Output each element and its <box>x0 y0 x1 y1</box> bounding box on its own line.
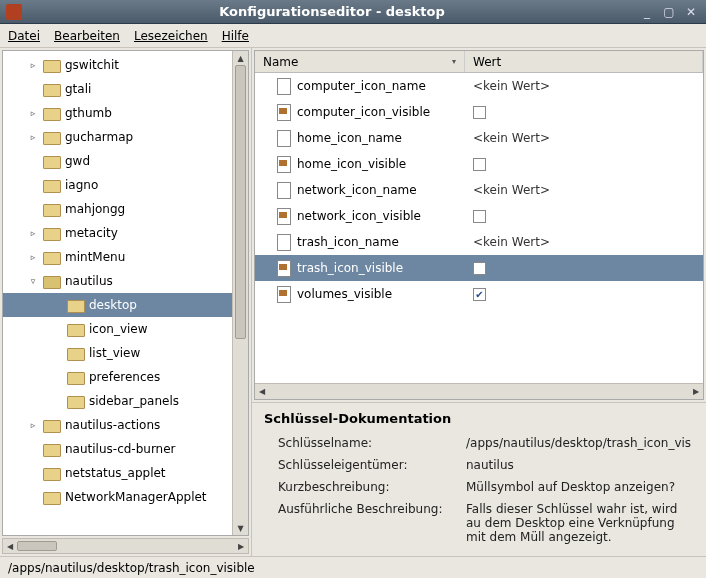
value-checkbox[interactable] <box>473 262 486 275</box>
cell-value[interactable]: <kein Wert> <box>465 131 703 145</box>
tree-item[interactable]: preferences <box>3 365 232 389</box>
minimize-button[interactable]: _ <box>638 4 656 20</box>
tree-item[interactable]: nautilus-cd-burner <box>3 437 232 461</box>
value-checkbox[interactable] <box>473 288 486 301</box>
tree-item[interactable]: gtali <box>3 77 232 101</box>
table-horizontal-scrollbar[interactable]: ◀ ▶ <box>255 383 703 399</box>
scroll-track[interactable] <box>233 65 248 521</box>
doc-value-keyname: /apps/nautilus/desktop/trash_icon_vis <box>466 436 694 450</box>
key-name-label: computer_icon_name <box>297 79 426 93</box>
tree-item[interactable]: sidebar_panels <box>3 389 232 413</box>
tree-item[interactable]: mahjongg <box>3 197 232 221</box>
scroll-track[interactable] <box>17 539 234 553</box>
value-text: <kein Wert> <box>473 235 550 249</box>
tree-item[interactable]: ▹mintMenu <box>3 245 232 269</box>
tree-item-label: netstatus_applet <box>63 466 166 480</box>
table-row[interactable]: volumes_visible <box>255 281 703 307</box>
tree-item[interactable]: list_view <box>3 341 232 365</box>
cell-value[interactable]: <kein Wert> <box>465 235 703 249</box>
tree-horizontal-scrollbar[interactable]: ◀ ▶ <box>2 538 249 554</box>
tree-item[interactable]: NetworkManagerApplet <box>3 485 232 509</box>
tree-item-label: nautilus <box>63 274 113 288</box>
scroll-right-arrow-icon[interactable]: ▶ <box>689 387 703 396</box>
expander-icon[interactable]: ▹ <box>27 252 39 262</box>
close-button[interactable]: ✕ <box>682 4 700 20</box>
expander-icon[interactable]: ▹ <box>27 420 39 430</box>
scroll-thumb[interactable] <box>235 65 246 339</box>
tree-item[interactable]: ▹metacity <box>3 221 232 245</box>
cell-value[interactable]: <kein Wert> <box>465 183 703 197</box>
key-name-label: trash_icon_visible <box>297 261 403 275</box>
cell-value[interactable] <box>465 158 703 171</box>
tree-item[interactable]: netstatus_applet <box>3 461 232 485</box>
tree-item[interactable]: ▹gswitchit <box>3 53 232 77</box>
scroll-track[interactable] <box>269 384 689 399</box>
value-checkbox[interactable] <box>473 106 486 119</box>
tree-item-label: gthumb <box>63 106 112 120</box>
key-name-label: network_icon_visible <box>297 209 421 223</box>
app-icon <box>6 4 22 20</box>
cell-value[interactable]: <kein Wert> <box>465 79 703 93</box>
menu-hilfe[interactable]: Hilfe <box>222 29 249 43</box>
bool-key-icon <box>277 104 291 120</box>
folder-icon <box>67 322 83 336</box>
maximize-button[interactable]: ▢ <box>660 4 678 20</box>
table-row[interactable]: network_icon_visible <box>255 203 703 229</box>
scroll-thumb[interactable] <box>17 541 57 551</box>
column-header-name[interactable]: Name ▾ <box>255 51 465 72</box>
table-row[interactable]: network_icon_name<kein Wert> <box>255 177 703 203</box>
tree-item[interactable]: ▹nautilus-actions <box>3 413 232 437</box>
cell-name: trash_icon_visible <box>255 260 465 276</box>
cell-value[interactable] <box>465 262 703 275</box>
cell-value[interactable] <box>465 106 703 119</box>
cell-value[interactable] <box>465 288 703 301</box>
table-row[interactable]: computer_icon_visible <box>255 99 703 125</box>
column-header-wert[interactable]: Wert <box>465 51 703 72</box>
scroll-left-arrow-icon[interactable]: ◀ <box>255 387 269 396</box>
expander-icon[interactable]: ▹ <box>27 108 39 118</box>
tree-item-label: mintMenu <box>63 250 125 264</box>
tree-item[interactable]: gwd <box>3 149 232 173</box>
tree-vertical-scrollbar[interactable]: ▲ ▼ <box>232 51 248 535</box>
scroll-down-arrow-icon[interactable]: ▼ <box>233 521 248 535</box>
menu-bearbeiten[interactable]: Bearbeiten <box>54 29 120 43</box>
table-row[interactable]: home_icon_visible <box>255 151 703 177</box>
folder-icon <box>43 442 59 456</box>
tree-item[interactable]: desktop <box>3 293 232 317</box>
tree-item-label: icon_view <box>87 322 148 336</box>
tree-pane: ▹gswitchitgtali▹gthumb▹gucharmapgwdiagno… <box>0 48 252 556</box>
folder-icon <box>43 58 59 72</box>
scroll-left-arrow-icon[interactable]: ◀ <box>3 542 17 551</box>
menu-datei[interactable]: Datei <box>8 29 40 43</box>
table-row[interactable]: home_icon_name<kein Wert> <box>255 125 703 151</box>
scroll-right-arrow-icon[interactable]: ▶ <box>234 542 248 551</box>
column-name-label: Name <box>263 55 298 69</box>
tree-item[interactable]: iagno <box>3 173 232 197</box>
folder-icon <box>43 202 59 216</box>
expander-icon[interactable]: ▹ <box>27 132 39 142</box>
value-checkbox[interactable] <box>473 210 486 223</box>
tree-item-label: nautilus-cd-burner <box>63 442 176 456</box>
table-row[interactable]: trash_icon_name<kein Wert> <box>255 229 703 255</box>
table-row[interactable]: computer_icon_name<kein Wert> <box>255 73 703 99</box>
cell-value[interactable] <box>465 210 703 223</box>
folder-icon <box>43 226 59 240</box>
expander-icon[interactable]: ▿ <box>27 276 39 286</box>
tree-item[interactable]: ▹gthumb <box>3 101 232 125</box>
expander-icon[interactable]: ▹ <box>27 228 39 238</box>
cell-name: network_icon_visible <box>255 208 465 224</box>
tree-item-label: gtali <box>63 82 91 96</box>
cell-name: volumes_visible <box>255 286 465 302</box>
menu-lesezeichen[interactable]: Lesezeichen <box>134 29 208 43</box>
table-row[interactable]: trash_icon_visible <box>255 255 703 281</box>
folder-icon <box>43 418 59 432</box>
config-tree[interactable]: ▹gswitchitgtali▹gthumb▹gucharmapgwdiagno… <box>3 51 232 535</box>
tree-item[interactable]: icon_view <box>3 317 232 341</box>
scroll-up-arrow-icon[interactable]: ▲ <box>233 51 248 65</box>
value-checkbox[interactable] <box>473 158 486 171</box>
tree-item[interactable]: ▹gucharmap <box>3 125 232 149</box>
statusbar: /apps/nautilus/desktop/trash_icon_visibl… <box>0 556 706 578</box>
expander-icon[interactable]: ▹ <box>27 60 39 70</box>
tree-item-label: sidebar_panels <box>87 394 179 408</box>
tree-item[interactable]: ▿nautilus <box>3 269 232 293</box>
